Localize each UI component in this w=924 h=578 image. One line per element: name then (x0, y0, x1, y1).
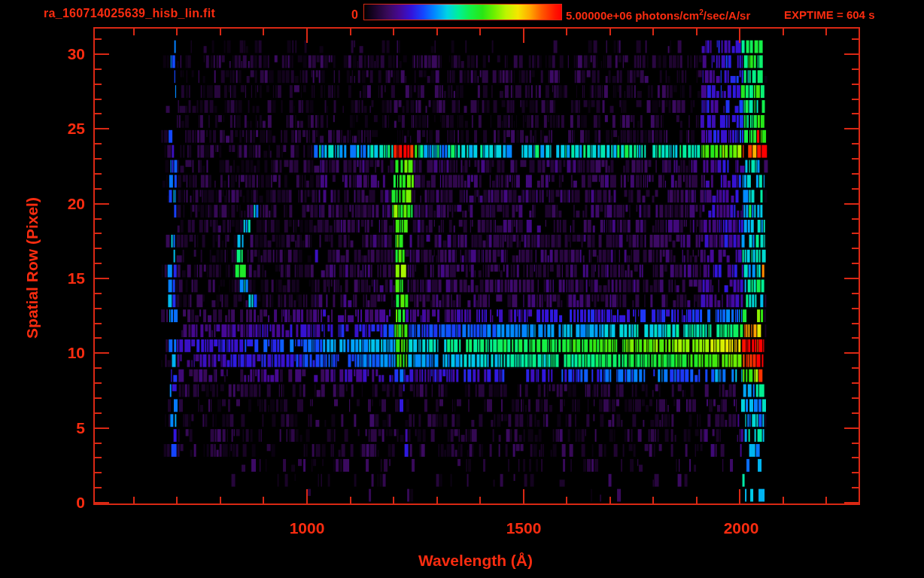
y-axis-title: Spatial Row (Pixel) (23, 148, 41, 388)
spectrogram-canvas (0, 0, 924, 578)
y-tick-label-25: 25 (30, 120, 85, 138)
colorbar-gradient (363, 4, 562, 20)
colorbar-min-label: 0 (328, 8, 358, 22)
y-tick-label-5: 5 (30, 419, 85, 437)
spectrogram-viewer: { "header": { "title": "ra_160714025639_… (0, 0, 924, 578)
x-tick-label-1000: 1000 (262, 519, 352, 537)
colorbar-max-prefix: 5.00000e+06 photons/cm (566, 9, 699, 22)
y-tick-label-0: 0 (30, 494, 85, 512)
exptime-label: EXPTIME = 604 s (784, 8, 874, 21)
x-tick-label-2000: 2000 (696, 519, 786, 537)
colorbar-max-label: 5.00000e+06 photons/cm2/sec/A/sr (566, 8, 750, 22)
y-tick-label-30: 30 (30, 45, 85, 63)
x-tick-label-1500: 1500 (479, 519, 569, 537)
x-axis-title: Wavelength (Å) (363, 552, 588, 570)
colorbar-max-suffix: /sec/A/sr (704, 9, 751, 22)
plot-title: ra_160714025639_hisb_lin.fit (44, 7, 215, 20)
